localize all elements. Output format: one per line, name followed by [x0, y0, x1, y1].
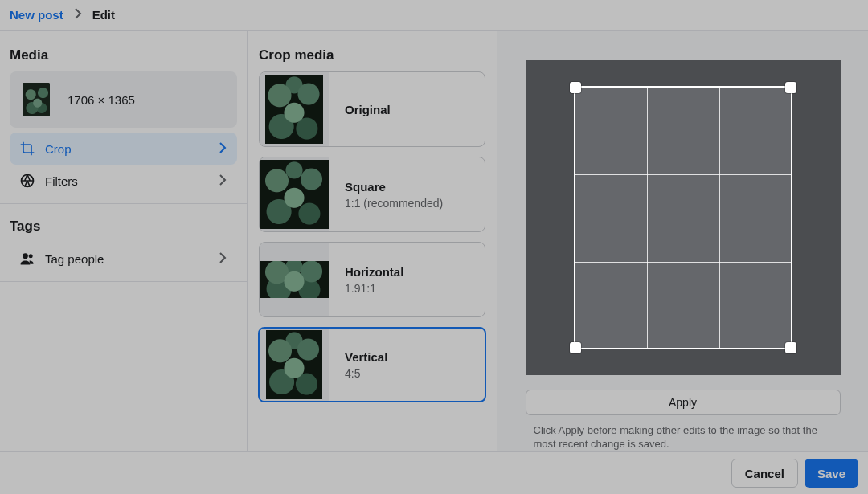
tag-people-icon — [19, 251, 35, 267]
chevron-right-icon — [216, 251, 229, 267]
breadcrumb-new-post[interactable]: New post — [10, 8, 63, 22]
crop-option-name: Original — [345, 103, 391, 116]
crop-panel: Crop media Original Square 1:1 (recommen… — [248, 31, 497, 451]
crop-icon — [19, 141, 35, 157]
apply-button[interactable]: Apply — [526, 390, 841, 415]
breadcrumb: New post Edit — [0, 0, 868, 31]
crop-handle-top-left[interactable] — [570, 82, 581, 93]
svg-point-1 — [23, 253, 28, 259]
left-sidebar: Media 1706 × 1365 Crop Filters — [0, 31, 248, 451]
crop-option-square[interactable]: Square 1:1 (recommended) — [259, 157, 485, 232]
crop-handle-bottom-left[interactable] — [570, 342, 581, 353]
crop-handle-bottom-right[interactable] — [785, 342, 796, 353]
sidebar-item-filters[interactable]: Filters — [10, 165, 237, 197]
preview-stage — [526, 60, 841, 375]
crop-option-sub: 4:5 — [345, 367, 387, 380]
apply-hint: Click Apply before making other edits to… — [526, 423, 841, 451]
crop-handle-top-right[interactable] — [785, 82, 796, 93]
chevron-right-icon — [216, 141, 229, 157]
divider — [0, 281, 247, 282]
sidebar-item-tag-people[interactable]: Tag people — [10, 243, 237, 275]
cancel-button[interactable]: Cancel — [731, 459, 798, 488]
preview-panel: Apply Click Apply before making other ed… — [497, 31, 868, 451]
crop-thumb — [260, 157, 329, 231]
media-thumbnail — [23, 83, 50, 116]
tags-section-title: Tags — [0, 210, 247, 243]
sidebar-item-label: Tag people — [45, 252, 104, 266]
sidebar-item-crop[interactable]: Crop — [10, 133, 237, 165]
crop-thumb — [260, 243, 329, 316]
breadcrumb-current: Edit — [92, 8, 115, 22]
crop-option-sub: 1.91:1 — [345, 282, 403, 295]
crop-panel-title: Crop media — [248, 39, 497, 71]
crop-option-name: Vertical — [345, 350, 387, 364]
chevron-right-icon — [216, 174, 229, 189]
footer: Cancel Save — [0, 451, 868, 494]
crop-thumb — [260, 329, 329, 401]
crop-thumb — [260, 72, 329, 146]
svg-point-2 — [29, 254, 33, 258]
media-item[interactable]: 1706 × 1365 — [10, 71, 237, 128]
sidebar-item-label: Crop — [45, 142, 72, 156]
save-button[interactable]: Save — [805, 459, 858, 488]
media-section-title: Media — [0, 39, 247, 71]
crop-option-name: Square — [345, 180, 443, 194]
chevron-right-icon — [72, 7, 84, 22]
divider — [0, 203, 247, 204]
crop-frame[interactable] — [574, 86, 792, 349]
crop-option-name: Horizontal — [345, 265, 403, 279]
crop-option-vertical[interactable]: Vertical 4:5 — [258, 327, 486, 402]
media-dimensions: 1706 × 1365 — [68, 93, 135, 107]
crop-option-horizontal[interactable]: Horizontal 1.91:1 — [259, 242, 485, 317]
crop-option-original[interactable]: Original — [259, 71, 485, 147]
crop-option-sub: 1:1 (recommended) — [345, 197, 443, 210]
sidebar-item-label: Filters — [45, 174, 78, 188]
aperture-icon — [19, 173, 35, 189]
